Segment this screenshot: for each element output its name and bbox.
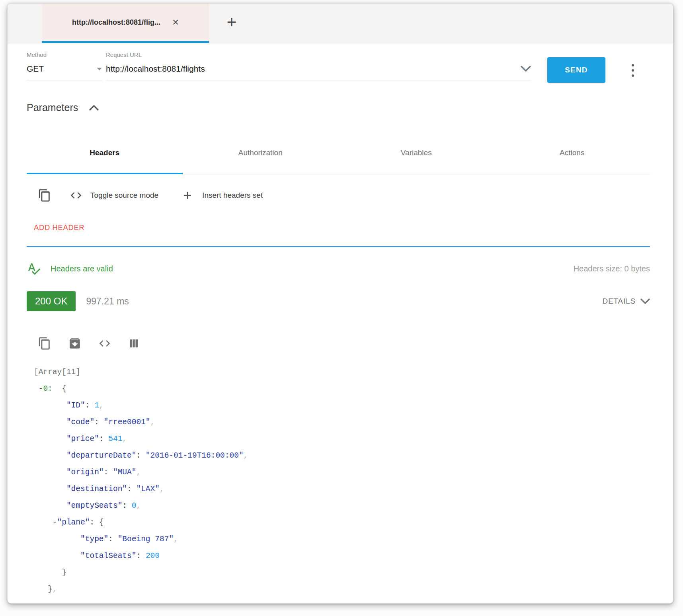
collapse-toggle-icon[interactable]: - [53,518,57,527]
section-divider [27,246,650,247]
save-response-button[interactable] [68,337,82,350]
response-toolbar [38,329,140,358]
archive-download-icon [68,337,82,350]
chevron-down-icon [640,298,650,304]
json-token: : [99,435,104,443]
headers-size-message: Headers size: 0 bytes [574,264,650,273]
json-token: "departureDate" [66,451,137,460]
json-token: { [94,518,103,527]
json-token [34,435,66,443]
json-token: , [122,435,127,443]
parameters-title: Parameters [27,102,78,113]
collapse-toggle-icon[interactable]: - [39,384,43,393]
details-label: DETAILS [603,297,636,306]
insert-headers-set-button[interactable]: Insert headers set [181,189,263,201]
copy-headers-button[interactable] [38,189,51,202]
chevron-down-icon[interactable] [521,66,531,72]
json-token [90,401,94,410]
request-url-field[interactable]: Request URL http://localhost:8081/flight… [106,51,531,80]
json-token: , [244,451,248,460]
json-token: : [108,535,113,544]
toggle-source-mode-button[interactable]: Toggle source mode [70,189,158,202]
json-token: } [62,568,66,577]
json-token: , [150,418,155,427]
response-status-row: 200 OK 997.21 ms DETAILS [27,287,650,316]
tab-variables[interactable]: Variables [338,132,494,174]
send-button[interactable]: SEND [547,57,605,83]
json-token [34,451,66,460]
json-token: "emptySeats" [66,501,122,510]
json-token: , [160,485,164,493]
json-token: : [104,468,109,477]
new-tab-button[interactable]: + [218,4,246,41]
tab-actions[interactable]: Actions [494,132,650,174]
json-line: -0: { [34,380,661,397]
insert-headers-set-label: Insert headers set [202,191,263,200]
json-token: : [85,401,90,410]
code-icon [70,189,82,202]
json-line: "emptySeats": 0, [34,497,661,514]
columns-icon [128,337,140,349]
headers-valid-message: Headers are valid [51,264,113,273]
json-token [34,468,66,477]
view-source-button[interactable] [98,337,111,350]
json-line: "totalSeats": 200 [34,548,661,564]
tab-label: Actions [560,148,584,157]
json-token: 200 [146,552,160,560]
tab-authorization[interactable]: Authorization [183,132,339,174]
request-tab[interactable]: http://localhost:8081/flig... × [42,4,209,43]
copy-icon [38,337,51,350]
json-token [34,485,66,493]
details-toggle[interactable]: DETAILS [603,297,650,306]
json-token [104,435,109,443]
json-token: 541 [108,435,122,443]
json-token: 0: [43,384,52,393]
json-token [34,552,80,560]
json-token: : [136,451,141,460]
json-line: "ID": 1, [34,397,661,414]
json-line: [Array[11] [34,364,661,380]
toggle-source-mode-label: Toggle source mode [90,191,158,200]
parameters-tabs: Headers Authorization Variables Actions [27,132,650,174]
json-token: "2016-01-19T16:00:00" [146,451,244,460]
json-token [34,418,66,427]
loading-time: 997.21 ms [86,296,129,307]
json-token: , [53,585,57,594]
json-line: "origin": "MUA", [34,464,661,481]
json-token: "Boeing 787" [118,535,174,544]
tab-title: http://localhost:8081/flig... [72,18,160,27]
json-token [99,418,104,427]
json-token: "type" [80,535,108,544]
method-label: Method [27,51,102,58]
json-line: "type": "Boeing 787", [34,531,661,548]
plus-icon [181,189,193,201]
method-dropdown[interactable]: Method GET [27,51,102,80]
json-token: , [136,468,141,477]
add-header-button[interactable]: ADD HEADER [34,223,84,232]
json-line: } [34,564,661,581]
json-token: "rree0001" [104,418,150,427]
json-line: "price": 541, [34,431,661,447]
tab-bar: http://localhost:8081/flig... × + [8,4,673,43]
json-token [113,535,118,544]
json-token: : [136,552,141,560]
request-url-value: http://localhost:8081/flights [106,64,205,74]
json-token: "code" [66,418,94,427]
json-token [141,552,146,560]
tab-headers[interactable]: Headers [27,132,183,174]
plus-icon: + [227,13,237,32]
json-token [141,451,146,460]
json-token [34,568,62,577]
json-line: "code": "rree0001", [34,414,661,431]
json-token [34,384,39,393]
copy-response-button[interactable] [38,337,51,350]
json-token: "LAX" [136,485,160,493]
more-options-icon[interactable] [630,62,636,78]
parameters-toggle[interactable]: Parameters [27,102,99,113]
json-line: }, [34,581,661,598]
close-icon[interactable]: × [172,17,179,28]
table-view-button[interactable] [128,337,140,349]
json-token: , [136,501,141,510]
tab-label: Authorization [238,148,283,157]
json-token [127,501,132,510]
